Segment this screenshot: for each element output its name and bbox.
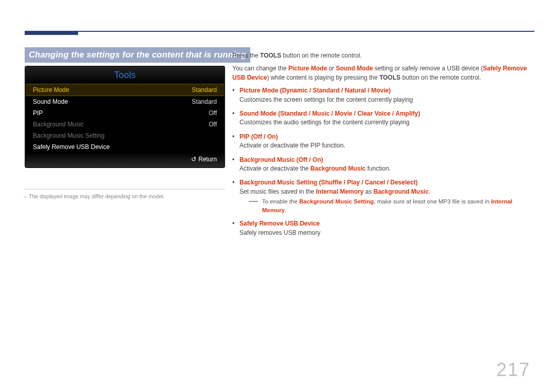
menu-row-safe-remove: Safely Remove USB Device <box>26 141 224 153</box>
return-label: Return <box>198 156 217 163</box>
menu-row-label: PIP <box>33 109 43 117</box>
option-safe-remove: Safely Remove USB Device Safely removes … <box>239 219 532 237</box>
top-tab <box>25 31 78 35</box>
menu-row-value: Standard <box>192 98 217 105</box>
menu-row-value: Off <box>209 109 217 117</box>
menu-row-label: Safely Remove USB Device <box>33 143 109 151</box>
tools-menu-screenshot: Tools Picture Mode Standard Sound Mode S… <box>25 66 225 168</box>
menu-row-label: Picture Mode <box>33 86 69 94</box>
menu-row-sound-mode: Sound Mode Standard <box>26 96 224 107</box>
option-bg-music-setting: Background Music Setting (Shuffle / Play… <box>239 178 532 214</box>
top-rule <box>25 31 534 32</box>
section-heading: Changing the settings for the content th… <box>25 47 250 63</box>
intro-line-2: You can change the Picture Mode or Sound… <box>232 64 532 82</box>
option-picture-mode: Picture Mode (Dynamic / Standard / Natur… <box>239 86 532 104</box>
option-pip: PIP (Off / On) Activate or deactivate th… <box>239 133 532 151</box>
manual-page: Changing the settings for the content th… <box>0 0 555 392</box>
menu-row-picture-mode: Picture Mode Standard <box>26 84 224 96</box>
dash-icon <box>249 201 258 202</box>
menu-row-label: Sound Mode <box>33 98 68 105</box>
note-divider <box>25 189 225 190</box>
intro-line-1: Press the TOOLS button on the remote con… <box>232 51 532 60</box>
option-bg-music: Background Music (Off / On) Activate or … <box>239 156 532 174</box>
menu-row-pip: PIP Off <box>26 107 224 119</box>
options-list: Picture Mode (Dynamic / Standard / Natur… <box>232 86 532 237</box>
menu-row-label: Background Music <box>33 121 84 128</box>
tools-footer: ↻Return <box>26 153 224 167</box>
menu-row-value: Off <box>209 121 217 128</box>
menu-row-bg-music-setting: Background Music Setting <box>26 130 224 141</box>
menu-row-bg-music: Background Music Off <box>26 119 224 130</box>
option-sound-mode: Sound Mode (Standard / Music / Movie / C… <box>239 109 532 127</box>
return-icon: ↻ <box>191 156 196 163</box>
page-number: 217 <box>496 359 530 381</box>
menu-row-value: Standard <box>192 86 217 94</box>
bgms-note: To enable the Background Music Setting, … <box>249 197 532 214</box>
image-disclaimer: The displayed image may differ depending… <box>29 193 164 199</box>
description-column: Press the TOOLS button on the remote con… <box>232 51 532 242</box>
menu-row-label: Background Music Setting <box>33 132 104 139</box>
tools-title: Tools <box>26 67 224 84</box>
